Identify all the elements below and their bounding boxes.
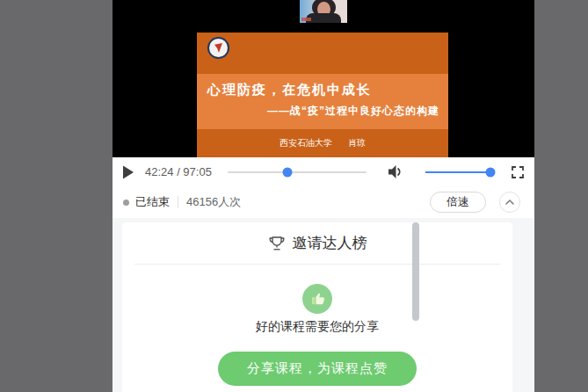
- panel-background: 邀请达人榜 好的课程需要您的分享 分享课程，为课程点赞: [113, 218, 534, 392]
- slide-title: 心理防疫，在危机中成长: [197, 82, 448, 98]
- leaderboard-header: 邀请达人榜: [134, 222, 500, 265]
- player-controls: 42:24 / 97:05: [113, 157, 534, 186]
- slide-subtitle: ——战“疫”过程中良好心态的构建: [197, 104, 448, 119]
- presentation-slide: 心理防疫，在危机中成长 ——战“疫”过程中良好心态的构建 西安石油大学 肖琼: [197, 33, 448, 157]
- slide-speaker: 肖琼: [348, 137, 366, 149]
- thumbs-up-badge: [302, 284, 332, 314]
- playback-speed-button[interactable]: 倍速: [430, 192, 486, 213]
- leaderboard-title: 邀请达人榜: [293, 233, 367, 253]
- presenter-body: [306, 13, 341, 23]
- share-hint: 好的课程需要您的分享: [256, 319, 379, 335]
- volume-thumb[interactable]: [486, 167, 496, 177]
- progress-thumb[interactable]: [282, 167, 292, 177]
- player-column: 心理防疫，在危机中成长 ——战“疫”过程中良好心态的构建 西安石油大学 肖琼 4…: [113, 0, 534, 392]
- leaderboard-card: 邀请达人榜 好的课程需要您的分享 分享课程，为课程点赞: [122, 222, 512, 392]
- play-icon: [123, 165, 134, 179]
- volume-slider[interactable]: [425, 166, 490, 178]
- fullscreen-icon: [512, 166, 524, 178]
- play-button[interactable]: [123, 165, 134, 179]
- webcam-watermark: [301, 18, 311, 21]
- fullscreen-button[interactable]: [512, 166, 524, 178]
- progress-track: [228, 171, 367, 173]
- status-bar: 已结束 46156人次 倍速: [113, 186, 534, 218]
- page-background: 心理防疫，在危机中成长 ——战“疫”过程中良好心态的构建 西安石油大学 肖琼 4…: [0, 0, 588, 392]
- share-course-button[interactable]: 分享课程，为课程点赞: [218, 352, 417, 386]
- collapse-button[interactable]: [499, 192, 520, 213]
- slide-top-band: [197, 33, 448, 74]
- progress-bar[interactable]: [228, 166, 367, 178]
- volume-fill: [425, 171, 490, 173]
- slide-school: 西安石油大学: [279, 137, 332, 149]
- scrollbar-thumb[interactable]: [412, 222, 419, 321]
- status-dot: [123, 200, 129, 206]
- slide-footer-band: 西安石油大学 肖琼: [197, 129, 448, 157]
- presenter-webcam-video: [300, 0, 347, 23]
- chevron-up-icon: [504, 196, 516, 208]
- slide-title-band: 心理防疫，在危机中成长 ——战“疫”过程中良好心态的构建: [197, 74, 448, 129]
- view-count: 46156人次: [186, 194, 241, 210]
- video-area[interactable]: 心理防疫，在危机中成长 ——战“疫”过程中良好心态的构建 西安石油大学 肖琼: [113, 0, 534, 157]
- volume-icon: [388, 164, 403, 179]
- university-logo-icon: [207, 37, 229, 59]
- thumbs-up-icon: [309, 290, 326, 308]
- status-label: 已结束: [135, 194, 170, 210]
- share-section: 好的课程需要您的分享 分享课程，为课程点赞: [122, 265, 512, 386]
- volume-button[interactable]: [388, 164, 403, 179]
- divider: [178, 196, 178, 208]
- time-display: 42:24 / 97:05: [145, 165, 212, 178]
- trophy-icon: [268, 235, 286, 252]
